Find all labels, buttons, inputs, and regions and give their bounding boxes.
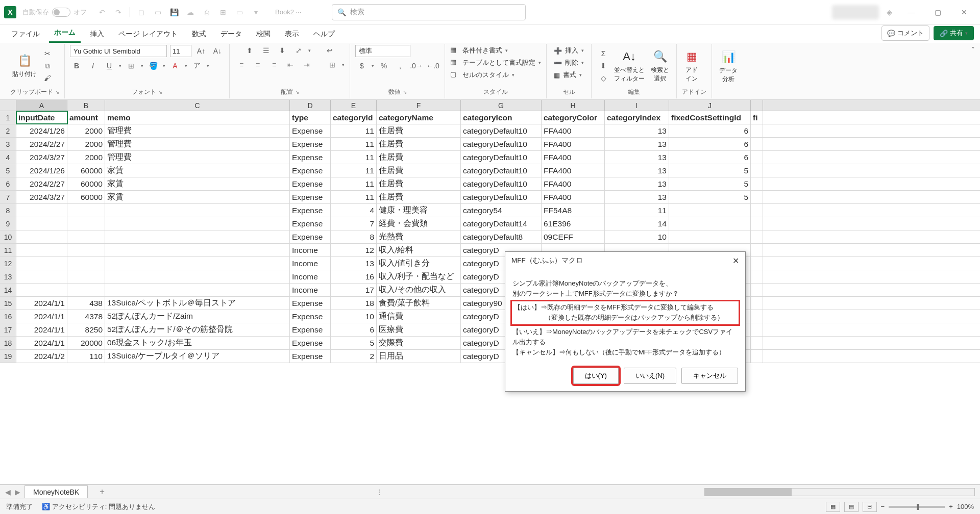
align-center-button[interactable]: ≡	[251, 59, 264, 70]
italic-button[interactable]: I	[86, 60, 100, 71]
zoom-level[interactable]: 100%	[957, 503, 974, 510]
row-header[interactable]: 4	[0, 151, 16, 164]
border-button[interactable]: ⊞	[125, 60, 138, 71]
cell[interactable]: 5	[669, 191, 751, 203]
cell[interactable]: fi	[751, 111, 763, 124]
col-header-J[interactable]: J	[669, 100, 751, 111]
cell[interactable]: Income	[290, 270, 331, 283]
cell[interactable]: 住居費	[377, 151, 461, 164]
find-select-button[interactable]: 🔍 検索と 選択	[649, 48, 671, 84]
wrap-text-button[interactable]: ↩	[323, 45, 336, 56]
dialog-cancel-button[interactable]: キャンセル	[681, 368, 738, 384]
tab-page-layout[interactable]: ページ レイアウト	[113, 25, 183, 43]
row-header[interactable]: 5	[0, 164, 16, 177]
cell[interactable]: 食費/菓子飲料	[377, 297, 461, 310]
cell[interactable]: 2024/1/1	[16, 297, 67, 310]
data-analysis-button[interactable]: 📊 データ 分析	[717, 48, 740, 85]
cell[interactable]: 管理費	[105, 124, 290, 137]
cell[interactable]: Income	[290, 257, 331, 270]
save-button[interactable]: 💾	[167, 5, 181, 19]
row-header[interactable]: 12	[0, 257, 16, 270]
cell[interactable]: Expense	[290, 124, 331, 137]
number-format-select[interactable]: 標準	[355, 45, 410, 57]
cell[interactable]	[67, 270, 105, 283]
cell[interactable]: 2024/3/27	[16, 151, 67, 164]
percent-button[interactable]: %	[377, 60, 390, 71]
cell[interactable]: categoryDefault10	[461, 151, 542, 164]
align-bottom-button[interactable]: ⬇	[276, 45, 289, 56]
cell[interactable]: 健康・理美容	[377, 204, 461, 217]
view-page-layout-button[interactable]: ▤	[844, 502, 859, 512]
cell[interactable]: 13	[605, 177, 669, 190]
comma-button[interactable]: ,	[394, 60, 407, 71]
autosum-button[interactable]: Σ	[597, 48, 610, 59]
cell[interactable]: 光熱費	[377, 230, 461, 243]
search-input[interactable]: 🔍 検索	[332, 4, 526, 20]
cut-button[interactable]: ✂	[41, 48, 54, 59]
qat-button[interactable]: ⊞	[216, 5, 230, 19]
cell[interactable]: categoryIcon	[461, 111, 542, 124]
cell[interactable]: 収入/値引き分	[377, 257, 461, 270]
dialog-yes-button[interactable]: はい(Y)	[573, 368, 619, 384]
cell[interactable]: Expense	[290, 164, 331, 177]
add-sheet-button[interactable]: ＋	[98, 486, 106, 497]
cell[interactable]	[751, 177, 763, 190]
cell[interactable]	[751, 297, 763, 310]
cell[interactable]: 11	[331, 124, 377, 137]
format-as-table-button[interactable]: ▦テーブルとして書式設定▾	[450, 57, 541, 68]
cell[interactable]: 11	[331, 177, 377, 190]
share-button[interactable]: 🔗共有▾	[934, 26, 974, 40]
dialog-launcher-icon[interactable]: ↘	[295, 89, 299, 95]
qat-button[interactable]: ⎙	[200, 5, 214, 19]
cell[interactable]: 52ぽんぽんカード/＠その筋整骨院	[105, 323, 290, 336]
cell[interactable]: 2024/2/27	[16, 177, 67, 190]
cell[interactable]: Income	[290, 244, 331, 256]
cell[interactable]	[67, 244, 105, 256]
orientation-button[interactable]: ⤢	[292, 45, 305, 56]
row-header[interactable]: 8	[0, 204, 16, 217]
cell[interactable]: 60000	[67, 164, 105, 177]
cell[interactable]	[751, 257, 763, 270]
view-page-break-button[interactable]: ⊟	[863, 502, 877, 512]
cell[interactable]: Expense	[290, 337, 331, 349]
format-cells-button[interactable]: ▦書式▾	[552, 69, 584, 81]
align-top-button[interactable]: ⬆	[243, 45, 256, 56]
cell[interactable]: 10	[605, 230, 669, 243]
cell[interactable]: 2024/1/2	[16, 350, 67, 363]
cell[interactable]: 収入/給料	[377, 244, 461, 256]
cell[interactable]: 60000	[67, 177, 105, 190]
cell[interactable]: FFA400	[542, 177, 605, 190]
cell[interactable]: FFA400	[542, 138, 605, 150]
col-header-A[interactable]: A	[16, 100, 67, 111]
row-header[interactable]: 6	[0, 177, 16, 190]
dialog-close-button[interactable]: ✕	[732, 256, 739, 266]
cell[interactable]: 09CEFF	[542, 230, 605, 243]
row-header[interactable]: 10	[0, 230, 16, 243]
cell[interactable]	[751, 337, 763, 349]
cell[interactable]: categoryDefault10	[461, 191, 542, 203]
cell[interactable]	[67, 284, 105, 296]
format-painter-button[interactable]: 🖌	[41, 72, 54, 84]
cell[interactable]: categoryDefault10	[461, 124, 542, 137]
cell[interactable]: 8	[331, 230, 377, 243]
cell[interactable]	[751, 164, 763, 177]
cell[interactable]	[751, 204, 763, 217]
cell[interactable]: categoryId	[331, 111, 377, 124]
cell[interactable]: 2024/1/1	[16, 323, 67, 336]
cell[interactable]	[751, 244, 763, 256]
cell[interactable]: categoryDefault8	[461, 230, 542, 243]
row-header[interactable]: 18	[0, 337, 16, 349]
merge-button[interactable]: ⊞	[326, 59, 339, 70]
cell[interactable]: Expense	[290, 177, 331, 190]
qat-button[interactable]: ▭	[232, 5, 247, 19]
cell[interactable]	[751, 151, 763, 164]
cell[interactable]	[751, 230, 763, 243]
cell[interactable]	[105, 257, 290, 270]
cell[interactable]	[105, 204, 290, 217]
cell[interactable]: 13	[605, 151, 669, 164]
font-color-button[interactable]: A	[168, 60, 182, 71]
cell[interactable]: fixedCostSettingId	[669, 111, 751, 124]
row-header[interactable]: 19	[0, 350, 16, 363]
cell[interactable]: memo	[105, 111, 290, 124]
cell[interactable]: FF54A8	[542, 204, 605, 217]
